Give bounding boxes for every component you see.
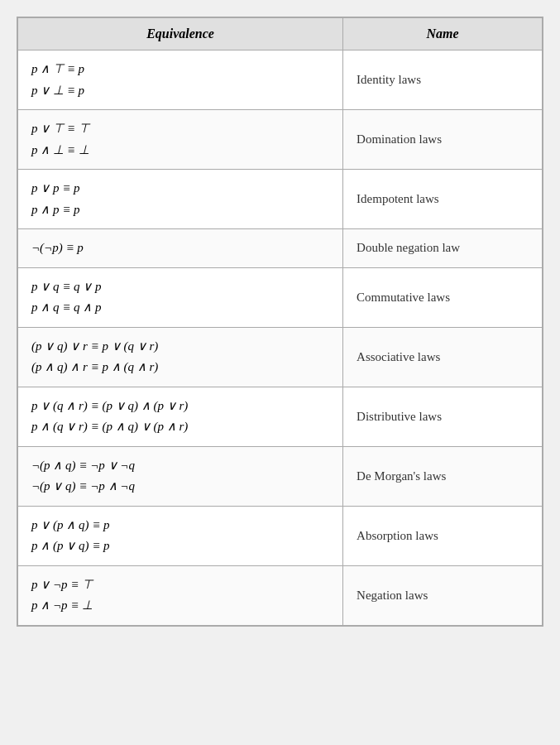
equivalence-formula: ¬(¬p) ≡ p [31, 238, 329, 259]
equivalence-formula: p ∨ ⊥ ≡ p [31, 80, 329, 102]
equivalence-table-container: Equivalence Name p ∧ ⊤ ≡ pp ∨ ⊥ ≡ pIdent… [17, 17, 543, 627]
equivalence-formula: p ∨ p ≡ p [31, 178, 329, 199]
equivalence-formula: p ∨ (p ∧ q) ≡ p [31, 515, 329, 536]
law-name-cell: Domination laws [343, 110, 543, 170]
equivalence-column-header: Equivalence [18, 18, 343, 50]
equivalence-formula: p ∨ ¬p ≡ ⊤ [31, 574, 329, 596]
equivalence-cell: p ∨ (q ∧ r) ≡ (p ∨ q) ∧ (p ∨ r)p ∧ (q ∨ … [18, 387, 343, 446]
equivalence-cell: p ∨ p ≡ pp ∧ p ≡ p [18, 170, 343, 229]
table-row: p ∨ ¬p ≡ ⊤p ∧ ¬p ≡ ⊥Negation laws [18, 565, 543, 625]
equivalence-formula: p ∧ ¬p ≡ ⊥ [31, 595, 329, 617]
equivalence-formula: p ∧ q ≡ q ∧ p [31, 297, 329, 319]
table-row: p ∨ (q ∧ r) ≡ (p ∨ q) ∧ (p ∨ r)p ∧ (q ∨ … [18, 387, 543, 446]
table-row: p ∨ p ≡ pp ∧ p ≡ pIdempotent laws [18, 170, 543, 229]
equivalence-formula: p ∧ (p ∨ q) ≡ p [31, 536, 329, 557]
table-row: ¬(p ∧ q) ≡ ¬p ∨ ¬q¬(p ∨ q) ≡ ¬p ∧ ¬qDe M… [18, 446, 543, 506]
equivalence-formula: p ∨ (q ∧ r) ≡ (p ∨ q) ∧ (p ∨ r) [31, 396, 329, 417]
equivalence-formula: (p ∧ q) ∧ r ≡ p ∧ (q ∧ r) [31, 357, 329, 378]
law-name-cell: Distributive laws [343, 387, 543, 446]
law-name-cell: Double negation law [343, 229, 543, 268]
equivalence-formula: p ∧ ⊥ ≡ ⊥ [31, 140, 329, 161]
equivalence-cell: ¬(p ∧ q) ≡ ¬p ∨ ¬q¬(p ∨ q) ≡ ¬p ∧ ¬q [18, 446, 343, 506]
equivalence-formula: p ∧ (q ∨ r) ≡ (p ∧ q) ∨ (p ∧ r) [31, 416, 329, 438]
equivalence-cell: p ∨ ¬p ≡ ⊤p ∧ ¬p ≡ ⊥ [18, 565, 343, 625]
equivalence-formula: (p ∨ q) ∨ r ≡ p ∨ (q ∨ r) [31, 336, 329, 358]
table-row: p ∧ ⊤ ≡ pp ∨ ⊥ ≡ pIdentity laws [18, 50, 543, 110]
equivalence-cell: (p ∨ q) ∨ r ≡ p ∨ (q ∨ r)(p ∧ q) ∧ r ≡ p… [18, 327, 343, 387]
table-header-row: Equivalence Name [18, 18, 543, 50]
equivalence-formula: ¬(p ∨ q) ≡ ¬p ∧ ¬q [31, 476, 329, 497]
equivalence-cell: ¬(¬p) ≡ p [18, 229, 343, 268]
equivalence-formula: ¬(p ∧ q) ≡ ¬p ∨ ¬q [31, 455, 329, 477]
table-row: ¬(¬p) ≡ pDouble negation law [18, 229, 543, 268]
table-row: p ∨ (p ∧ q) ≡ pp ∧ (p ∨ q) ≡ pAbsorption… [18, 506, 543, 565]
equivalence-formula: p ∨ ⊤ ≡ ⊤ [31, 118, 329, 140]
equivalence-formula: p ∨ q ≡ q ∨ p [31, 276, 329, 298]
law-name-cell: Associative laws [343, 327, 543, 387]
law-name-cell: Idempotent laws [343, 170, 543, 229]
equivalence-cell: p ∨ q ≡ q ∨ pp ∧ q ≡ q ∧ p [18, 267, 343, 327]
law-name-cell: Identity laws [343, 50, 543, 110]
law-name-cell: Absorption laws [343, 506, 543, 565]
equivalence-formula: p ∧ ⊤ ≡ p [31, 59, 329, 80]
equivalence-table: Equivalence Name p ∧ ⊤ ≡ pp ∨ ⊥ ≡ pIdent… [17, 17, 543, 626]
name-column-header: Name [343, 18, 543, 50]
law-name-cell: Commutative laws [343, 267, 543, 327]
law-name-cell: De Morgan's laws [343, 446, 543, 506]
table-row: p ∨ ⊤ ≡ ⊤p ∧ ⊥ ≡ ⊥Domination laws [18, 110, 543, 170]
equivalence-cell: p ∧ ⊤ ≡ pp ∨ ⊥ ≡ p [18, 50, 343, 110]
table-row: (p ∨ q) ∨ r ≡ p ∨ (q ∨ r)(p ∧ q) ∧ r ≡ p… [18, 327, 543, 387]
equivalence-cell: p ∨ ⊤ ≡ ⊤p ∧ ⊥ ≡ ⊥ [18, 110, 343, 170]
table-row: p ∨ q ≡ q ∨ pp ∧ q ≡ q ∧ pCommutative la… [18, 267, 543, 327]
equivalence-cell: p ∨ (p ∧ q) ≡ pp ∧ (p ∨ q) ≡ p [18, 506, 343, 565]
equivalence-formula: p ∧ p ≡ p [31, 199, 329, 221]
law-name-cell: Negation laws [343, 565, 543, 625]
